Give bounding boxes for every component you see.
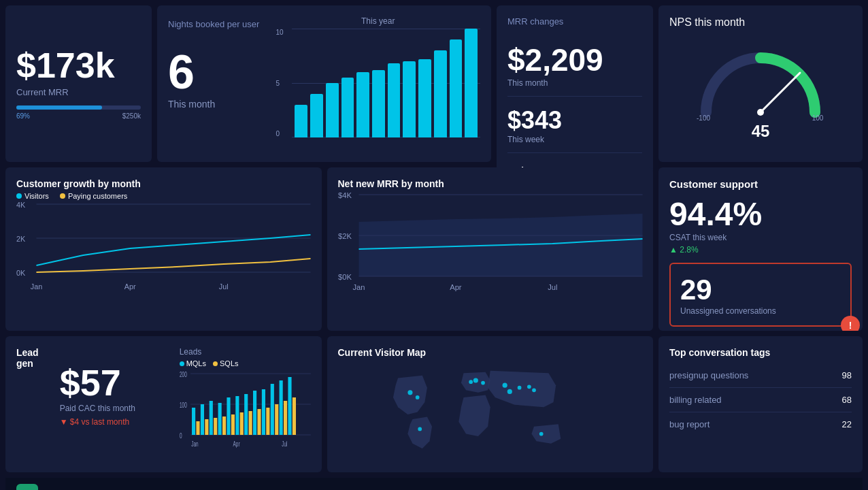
- svg-rect-46: [239, 412, 243, 435]
- svg-rect-36: [253, 391, 256, 435]
- legend-paying: Paying customers: [60, 192, 127, 200]
- geckoboard-logo-icon: G: [20, 487, 35, 490]
- svg-point-69: [532, 388, 536, 392]
- sqls-label: SQLs: [220, 359, 239, 368]
- svg-point-66: [469, 380, 473, 384]
- nights-sublabel: This month: [168, 99, 259, 110]
- svg-text:4K: 4K: [16, 201, 26, 209]
- leadgen-value: $57: [60, 361, 169, 404]
- svg-text:Jan: Jan: [31, 282, 42, 291]
- bar-3: [326, 83, 339, 137]
- leadgen-change: ▼ $4 vs last month: [60, 417, 169, 427]
- csat-label: CSAT this week: [669, 233, 852, 242]
- svg-rect-47: [248, 411, 252, 435]
- legend-sqls: SQLs: [213, 359, 239, 368]
- tags-card: Top conversation tags presignup question…: [658, 336, 863, 472]
- y-label-0: 0: [276, 130, 283, 137]
- svg-marker-61: [531, 424, 561, 444]
- nps-value: 45: [752, 122, 770, 141]
- mrr-week-label: This week: [507, 135, 642, 144]
- nights-value: 6: [168, 48, 259, 96]
- legend-visitors: Visitors: [16, 192, 49, 200]
- svg-rect-38: [270, 384, 273, 435]
- net-mrr-card: Net new MRR by month $4K $2K $0K Jan Apr…: [327, 167, 654, 331]
- svg-text:2K: 2K: [16, 235, 26, 243]
- svg-text:100: 100: [180, 401, 187, 409]
- svg-rect-35: [244, 394, 248, 435]
- bar-6: [372, 70, 385, 137]
- footer-brand: G Company Dashboard Powered by Geckoboar…: [16, 484, 269, 490]
- svg-marker-59: [458, 395, 490, 436]
- tag-row-2: billing related 68: [669, 388, 852, 412]
- svg-rect-30: [200, 404, 203, 435]
- growth-chart: 4K 2K 0K Jan Apr Jul: [16, 204, 311, 306]
- footer-title: Company Dashboard: [45, 488, 168, 491]
- map-title: Current Visitor Map: [338, 347, 643, 358]
- svg-text:Apr: Apr: [450, 283, 462, 291]
- svg-text:$0K: $0K: [338, 273, 352, 281]
- svg-rect-51: [284, 401, 287, 435]
- svg-point-72: [507, 389, 512, 394]
- svg-point-73: [527, 385, 531, 389]
- unassigned-card: 29 Unassigned conversations !: [669, 263, 852, 327]
- svg-rect-41: [196, 421, 199, 435]
- svg-text:Jul: Jul: [548, 283, 557, 291]
- csat-value: 94.4%: [669, 195, 852, 233]
- mrr-month-label: This month: [507, 78, 642, 88]
- tag-row-1: presignup questions 98: [669, 363, 852, 388]
- mrr-stat-week: $343 This week: [507, 106, 642, 153]
- svg-rect-32: [218, 403, 221, 435]
- svg-text:Apr: Apr: [233, 440, 239, 448]
- svg-marker-56: [393, 376, 427, 414]
- customer-growth-card: Customer growth by month Visitors Paying…: [5, 167, 322, 331]
- bar-11: [450, 39, 463, 137]
- legend-mqls: MQLs: [180, 359, 206, 368]
- footer-logo: G: [16, 484, 38, 490]
- svg-text:100: 100: [812, 114, 824, 122]
- svg-point-63: [415, 395, 419, 399]
- bar-10: [434, 50, 447, 137]
- tag-count-2: 68: [842, 395, 852, 405]
- svg-rect-40: [288, 377, 291, 435]
- svg-text:Jan: Jan: [352, 283, 365, 291]
- bar-1: [295, 105, 307, 137]
- paying-dot: [60, 193, 65, 199]
- svg-rect-33: [227, 397, 230, 435]
- svg-rect-45: [231, 414, 234, 435]
- sqls-dot: [213, 361, 218, 366]
- progress-labels: 69% $250k: [16, 112, 141, 120]
- unassigned-value: 29: [680, 274, 841, 306]
- svg-point-68: [517, 386, 521, 390]
- leads-chart: 200 100 0: [180, 370, 311, 452]
- mrr-changes-title: MRR changes: [507, 16, 642, 27]
- net-mrr-title: Net new MRR by month: [338, 178, 643, 189]
- svg-rect-49: [266, 408, 269, 435]
- svg-text:200: 200: [180, 370, 187, 378]
- mrr-stat-month: $2,209 This month: [507, 42, 642, 97]
- svg-rect-44: [222, 416, 226, 435]
- tag-name-3: bug report: [669, 419, 710, 429]
- svg-point-70: [539, 432, 543, 436]
- mrr-value: $173k: [16, 48, 141, 83]
- svg-point-1: [757, 109, 764, 116]
- support-title: Customer support: [669, 178, 852, 190]
- progress-target: $250k: [122, 112, 141, 120]
- svg-rect-50: [275, 404, 278, 435]
- mqls-dot: [180, 361, 184, 366]
- nights-booked-card: Nights booked per user 6 This month This…: [157, 5, 491, 162]
- mrr-month-value: $2,209: [507, 42, 642, 78]
- tags-title: Top conversation tags: [669, 347, 852, 358]
- unassigned-label: Unassigned conversations: [680, 306, 841, 316]
- svg-rect-34: [235, 396, 239, 435]
- mqls-label: MQLs: [186, 359, 206, 368]
- leadgen-right: Leads MQLs SQLs 200 100 0: [180, 347, 311, 441]
- csat-change: ▲ 2.8%: [669, 245, 852, 255]
- bar-8: [403, 61, 416, 137]
- svg-text:0K: 0K: [16, 269, 26, 277]
- svg-rect-31: [209, 401, 212, 435]
- svg-line-0: [761, 73, 800, 112]
- svg-rect-37: [261, 389, 265, 435]
- svg-text:-100: -100: [697, 114, 710, 122]
- world-map: [338, 363, 643, 461]
- visitors-dot: [16, 193, 22, 199]
